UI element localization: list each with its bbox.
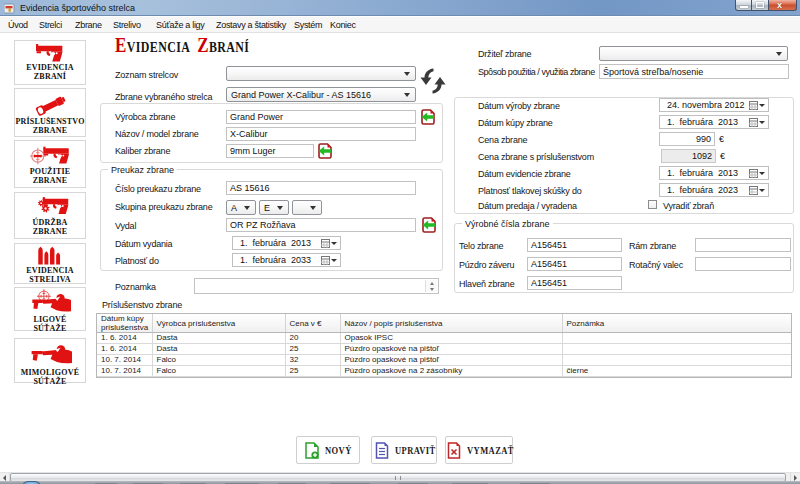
col-header-price[interactable]: Cena v € bbox=[285, 314, 340, 333]
input-value: A156451 bbox=[531, 239, 567, 251]
pistol-gears-icon bbox=[30, 196, 71, 217]
minimize-icon bbox=[740, 6, 748, 8]
close-button[interactable]: x bbox=[769, 0, 797, 11]
price-input[interactable]: 990 bbox=[659, 132, 715, 146]
accessories-table[interactable]: Dátum kúpypríslušenstva Výrobca prísluše… bbox=[96, 313, 792, 378]
menu-zostavy-a-statistiky[interactable]: Zostavy a štatistiky bbox=[216, 20, 286, 30]
valid-until-picker[interactable]: 1. februára 2033 bbox=[232, 253, 341, 267]
bought-date-picker[interactable]: 1. februára 2013 bbox=[659, 115, 769, 129]
body-serial-input[interactable]: A156451 bbox=[527, 238, 622, 252]
barrel-serial-input[interactable]: A156451 bbox=[527, 276, 622, 290]
table-row[interactable]: 10. 7. 2014Falco25Púzdro opaskové na 2 z… bbox=[97, 366, 791, 377]
table-cell[interactable]: 25 bbox=[285, 344, 340, 355]
table-cell[interactable]: 25 bbox=[285, 366, 340, 377]
table-cell[interactable]: Dasta bbox=[152, 333, 285, 344]
button-label: VYMAZAŤ bbox=[467, 445, 505, 456]
menu-strelci[interactable]: Strelci bbox=[39, 20, 62, 30]
sidebar-label: ZBRANE bbox=[15, 126, 85, 135]
menu-strelivo[interactable]: Strelivo bbox=[113, 20, 141, 30]
scroll-right-icon bbox=[794, 475, 797, 481]
table-cell[interactable]: čierne bbox=[562, 366, 791, 377]
menu-koniec[interactable]: Koniec bbox=[330, 20, 356, 30]
table-cell[interactable]: Opasok IPSC bbox=[340, 333, 562, 344]
issuer-label: Vydal bbox=[115, 221, 136, 231]
delete-button[interactable]: VYMAZAŤ bbox=[445, 436, 513, 464]
table-cell[interactable]: 1. 6. 2014 bbox=[97, 333, 152, 344]
table-cell[interactable]: Falco bbox=[152, 366, 285, 377]
table-cell[interactable] bbox=[562, 344, 791, 355]
table-cell[interactable]: Púzdro opaskové na pištoľ bbox=[340, 355, 562, 366]
lookup-doc-icon[interactable] bbox=[421, 109, 435, 125]
col-header-maker[interactable]: Výrobca príslušenstva bbox=[152, 314, 285, 333]
sidebar-item-prislusenstvo-zbrane[interactable]: PRÍSLUŠENSTVOZBRANE bbox=[14, 88, 86, 137]
table-row[interactable]: 10. 7. 2014Falco32Púzdro opaskové na piš… bbox=[97, 355, 791, 366]
delete-doc-icon bbox=[447, 442, 461, 459]
table-cell[interactable]: 20 bbox=[285, 333, 340, 344]
table-cell[interactable]: 1. 6. 2014 bbox=[97, 344, 152, 355]
window-title: Evidencia športového strelca bbox=[20, 3, 135, 13]
table-cell[interactable]: Púzdro opaskové na pištoľ bbox=[340, 344, 562, 355]
table-cell[interactable] bbox=[562, 333, 791, 344]
table-row[interactable]: 1. 6. 2014Dasta20Opasok IPSC bbox=[97, 333, 791, 344]
sidebar-item-ligove-sutaze[interactable]: LIGOVÉSÚŤAŽE bbox=[14, 287, 86, 331]
issuer-input[interactable]: OR PZ Rožňava bbox=[226, 218, 416, 232]
table-cell[interactable]: 10. 7. 2014 bbox=[97, 355, 152, 366]
discard-checkbox[interactable] bbox=[648, 200, 657, 209]
lookup-doc-icon[interactable] bbox=[318, 143, 332, 159]
table-cell[interactable]: Dasta bbox=[152, 344, 285, 355]
maximize-button[interactable] bbox=[752, 0, 769, 11]
made-date-picker[interactable]: 24. novembra 2012 bbox=[659, 98, 769, 112]
slide-serial-input[interactable]: A156451 bbox=[527, 257, 622, 271]
sidebar-item-udrzba-zbrane[interactable]: ÚDRŽBAZBRANE bbox=[14, 192, 86, 239]
sidebar-item-pouzitie-zbrane[interactable]: POUŽITIEZBRANE bbox=[14, 140, 86, 188]
refresh-icon[interactable] bbox=[419, 67, 447, 95]
col-header-name[interactable]: Názov / popis príslušenstva bbox=[340, 314, 562, 333]
weapons-combobox-label: Zbrane vybraného strelca bbox=[115, 92, 212, 102]
spinner-buttons[interactable] bbox=[425, 280, 437, 292]
shooter-list-combobox[interactable] bbox=[226, 66, 416, 81]
calendar-icon bbox=[321, 256, 337, 265]
chevron-down-icon bbox=[404, 72, 410, 76]
sidebar-item-evidencia-zbrani[interactable]: EVIDENCIAZBRANÍ bbox=[14, 40, 86, 85]
note-input[interactable] bbox=[194, 278, 439, 294]
caliber-input[interactable]: 9mm Luger bbox=[226, 144, 314, 158]
table-cell[interactable]: Púzdro opaskové na 2 zásobníky bbox=[340, 366, 562, 377]
license-group-combo-1[interactable]: A bbox=[226, 200, 256, 215]
slide-serial-label: Púzdro záveru bbox=[459, 260, 514, 270]
minimize-button[interactable] bbox=[735, 0, 752, 11]
pressure-test-picker[interactable]: 1. februára 2023 bbox=[659, 183, 769, 197]
menu-system[interactable]: Systém bbox=[294, 20, 322, 30]
sidebar-item-evidencia-streliva[interactable]: EVIDENCIASTRELIVA bbox=[14, 243, 86, 284]
usage-input[interactable]: Športová streľba/nosenie bbox=[599, 64, 789, 79]
table-cell[interactable] bbox=[562, 355, 791, 366]
manufacturer-input[interactable]: Grand Power bbox=[226, 110, 416, 124]
frame-serial-input[interactable] bbox=[695, 238, 791, 252]
col-header-date[interactable]: Dátum kúpypríslušenstva bbox=[97, 314, 152, 333]
horizontal-scrollbar[interactable] bbox=[0, 472, 800, 481]
holder-combobox[interactable] bbox=[599, 46, 788, 61]
edit-button[interactable]: UPRAVIŤ bbox=[371, 436, 437, 464]
input-value: A156451 bbox=[531, 277, 567, 289]
table-row[interactable]: 1. 6. 2014Dasta25Púzdro opaskové na pišt… bbox=[97, 344, 791, 355]
menu-sutaze-a-ligy[interactable]: Súťaže a ligy bbox=[156, 20, 205, 30]
issue-date-picker[interactable]: 1. februára 2013 bbox=[232, 236, 341, 250]
table-cell[interactable]: 10. 7. 2014 bbox=[97, 366, 152, 377]
table-cell[interactable]: Falco bbox=[152, 355, 285, 366]
model-input[interactable]: X-Calibur bbox=[226, 127, 416, 141]
body-serial-label: Telo zbrane bbox=[459, 241, 503, 251]
sidebar-caption: POUŽITIEZBRANE bbox=[15, 167, 85, 185]
sidebar-item-mimoligove-sutaze[interactable]: MIMOLIGOVÉSÚŤAŽE bbox=[14, 338, 86, 383]
col-header-note[interactable]: Poznámka bbox=[562, 314, 791, 333]
license-number-input[interactable]: AS 15616 bbox=[226, 181, 416, 195]
registered-date-picker[interactable]: 1. februára 2013 bbox=[659, 166, 769, 180]
table-cell[interactable]: 32 bbox=[285, 355, 340, 366]
license-group-combo-3[interactable] bbox=[292, 200, 322, 215]
menu-zbrane[interactable]: Zbrane bbox=[75, 20, 102, 30]
lookup-doc-icon[interactable] bbox=[422, 217, 436, 233]
menu-uvod[interactable]: Úvod bbox=[8, 20, 28, 30]
chevron-down-icon bbox=[404, 93, 410, 97]
license-group-combo-2[interactable]: E bbox=[259, 200, 289, 215]
cylinder-serial-input[interactable] bbox=[695, 257, 791, 271]
weapons-combobox[interactable]: Grand Power X-Calibur - AS 15616 bbox=[226, 87, 416, 102]
new-button[interactable]: NOVÝ bbox=[296, 436, 360, 464]
